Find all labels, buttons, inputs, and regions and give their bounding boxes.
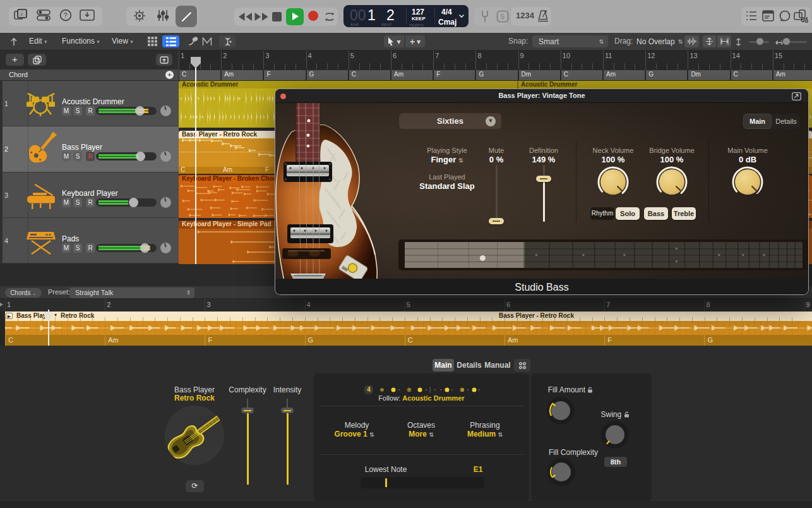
svg-text:?: ? <box>64 11 68 19</box>
svg-text:S: S <box>501 13 505 20</box>
svg-text:♪: ♪ <box>20 11 23 17</box>
